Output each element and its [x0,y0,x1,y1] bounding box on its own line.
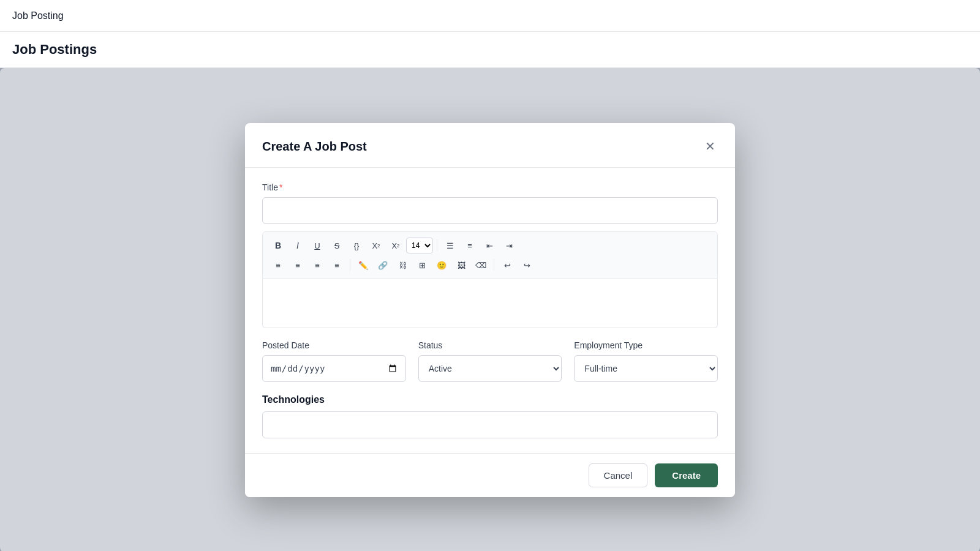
undo-button[interactable]: ↩ [498,257,516,274]
page-title: Job Postings [12,42,968,58]
status-label: Status [418,340,562,350]
employment-type-select[interactable]: Full-time Part-time Contract Freelance I… [574,355,718,382]
fields-row: Posted Date Status Active Inactive Draft… [262,340,718,382]
modal-overlay: Create A Job Post ✕ Title* B I [0,68,980,551]
image-button[interactable]: 🖼 [452,257,470,274]
title-input[interactable] [262,197,718,224]
posted-date-input[interactable] [262,355,406,382]
unlink-button[interactable]: ⛓ [393,257,412,274]
table-button[interactable]: ⊞ [413,257,431,274]
page-header: Job Postings [0,32,980,68]
status-group: Status Active Inactive Draft [418,340,562,382]
toolbar-divider-2 [350,259,350,271]
font-size-select[interactable]: 14 8 10 12 16 18 24 [406,238,433,253]
toolbar-divider-3 [494,259,494,271]
content-area: Create A Job Post ✕ Title* B I [0,68,980,551]
unordered-list-button[interactable]: ☰ [441,237,459,254]
code-button[interactable]: {} [347,237,366,254]
align-right-button[interactable]: ≡ [308,257,326,274]
decrease-indent-button[interactable]: ⇤ [480,237,499,254]
clear-format-button[interactable]: ⌫ [472,257,490,274]
link-button[interactable]: 🔗 [374,257,392,274]
increase-indent-button[interactable]: ⇥ [500,237,518,254]
highlight-button[interactable]: ✏️ [354,257,372,274]
align-left-button[interactable]: ≡ [269,257,287,274]
subscript-button[interactable]: X2 [386,237,405,254]
create-job-modal: Create A Job Post ✕ Title* B I [245,123,735,497]
create-button[interactable]: Create [655,463,718,487]
top-bar: Job Posting [0,0,980,32]
required-indicator: * [279,182,282,192]
title-field-group: Title* [262,182,718,231]
toolbar-row-2: ≡ ≡ ≡ ≡ ✏️ 🔗 ⛓ ⊞ 🙂 🖼 ⌫ ↩ ↪ [269,257,711,274]
underline-button[interactable]: U [308,237,326,254]
top-bar-title: Job Posting [12,10,64,21]
toolbar-row-1: B I U S {} X2 X2 14 8 10 12 16 [269,237,711,254]
toolbar-divider-1 [437,239,437,252]
employment-type-label: Employment Type [574,340,718,350]
superscript-button[interactable]: X2 [367,237,385,254]
align-justify-button[interactable]: ≡ [328,257,346,274]
modal-body: Title* B I U S {} X2 X2 14 [245,168,735,453]
posted-date-group: Posted Date [262,340,406,382]
title-label: Title* [262,182,718,192]
technologies-section: Technologies [262,394,718,438]
technologies-label: Technologies [262,394,718,405]
modal-title: Create A Job Post [262,140,367,154]
modal-header: Create A Job Post ✕ [245,123,735,168]
redo-button[interactable]: ↪ [518,257,536,274]
technologies-input[interactable] [262,411,718,438]
close-button[interactable]: ✕ [703,138,718,155]
employment-type-group: Employment Type Full-time Part-time Cont… [574,340,718,382]
bold-button[interactable]: B [269,237,287,254]
status-select[interactable]: Active Inactive Draft [418,355,562,382]
italic-button[interactable]: I [288,237,307,254]
align-center-button[interactable]: ≡ [288,257,307,274]
emoji-button[interactable]: 🙂 [432,257,451,274]
cancel-button[interactable]: Cancel [589,463,648,487]
modal-footer: Cancel Create [245,453,735,497]
rich-text-editor[interactable] [262,279,718,328]
ordered-list-button[interactable]: ≡ [461,237,479,254]
rich-text-toolbar: B I U S {} X2 X2 14 8 10 12 16 [262,231,718,279]
posted-date-label: Posted Date [262,340,406,350]
strikethrough-button[interactable]: S [328,237,346,254]
